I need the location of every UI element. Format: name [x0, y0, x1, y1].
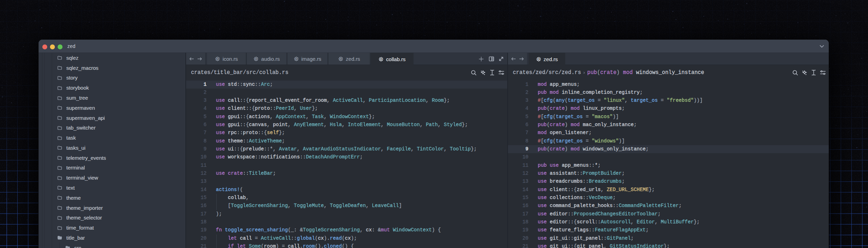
svg-text:R: R: [216, 57, 218, 60]
svg-text:R: R: [340, 57, 342, 60]
svg-text:R: R: [380, 57, 382, 61]
svg-text:R: R: [537, 57, 540, 61]
svg-text:R: R: [295, 57, 297, 60]
svg-text:R: R: [255, 57, 257, 60]
